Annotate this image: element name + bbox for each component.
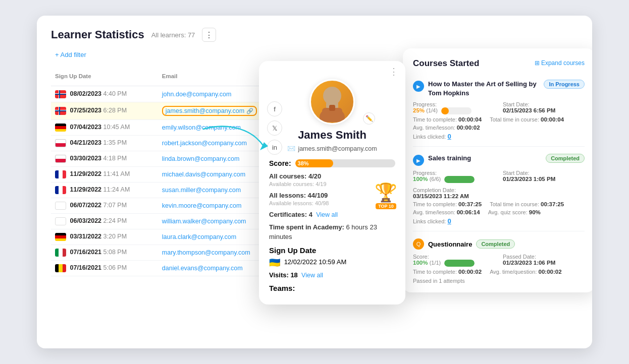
course-icon-1: ▶ [413, 81, 424, 92]
time-complete-1: 00:00:04 [458, 116, 482, 123]
avg-lesson-1: 00:00:02 [457, 125, 480, 131]
time-academy-line: Time spent in Academy: 6 hours 23 minute… [269, 222, 395, 242]
date-time: 2:24 PM [103, 217, 127, 224]
linkedin-icon[interactable]: in [267, 140, 282, 155]
trophy-badge: 🏆 TOP 10 [375, 182, 397, 209]
courses-panel: Courses Started ⊞ Expand courses ▶ How t… [403, 48, 592, 292]
date-bold: 11/29/2022 [70, 170, 101, 177]
course-meta-2: Progress: 100% (6/6) Start Date: 01/23/2… [413, 170, 585, 199]
expand-courses-button[interactable]: ⊞ Expand courses [535, 59, 585, 67]
date-cell: 06/03/2022 2:24 PM [51, 214, 158, 229]
date-time: 5:08 PM [103, 249, 127, 256]
overlay-email: james.smith@company.com [298, 145, 377, 152]
progress-fraction-1: (1/4) [426, 107, 438, 113]
course-icon-2: ▶ [413, 155, 424, 166]
quest-avg-time: 00:00:02 [539, 269, 562, 275]
course-header-2: ▶ Sales training Completed [413, 154, 585, 166]
date-cell: 11/29/2022 11:41 AM [51, 167, 158, 183]
quest-timing: Time to complete: 00:00:02 Avg. time/que… [413, 269, 585, 275]
date-cell: 06/07/2022 7:07 PM [51, 198, 158, 214]
quest-score-fraction: (1/1) [430, 260, 441, 266]
svg-rect-5 [329, 105, 335, 111]
date-time: 11:24 AM [103, 186, 130, 193]
date-bold: 07/16/2021 [70, 264, 101, 271]
date-bold: 06/07/2022 [70, 202, 101, 209]
date-time: 5:06 PM [103, 264, 127, 271]
avg-meta-2: Avg. time/lesson: 00:06:14 Avg. quiz sco… [413, 209, 585, 215]
quest-time: 00:00:02 [458, 269, 482, 275]
date-bold: 07/16/2021 [70, 249, 101, 256]
avatar-container: ✏️ [259, 79, 405, 125]
course-header-1: ▶ How to Master the Art of Selling by To… [413, 80, 585, 97]
date-cell: 04/21/2023 1:35 PM [51, 136, 158, 151]
date-time: 3:20 PM [103, 233, 127, 240]
avg-meta-1: Avg. time/lesson: 00:00:02 [413, 125, 585, 131]
menu-dots-button[interactable]: ⋮ [202, 28, 216, 42]
quest-icon: Q [413, 238, 424, 250]
page-title: Learner Statistics [51, 28, 144, 41]
course-name-1: How to Master the Art of Selling by Tom … [428, 80, 540, 97]
course-item-1: ▶ How to Master the Art of Selling by To… [413, 80, 585, 147]
trophy-label: TOP 10 [376, 203, 396, 209]
avg-lesson-2: 00:06:14 [457, 209, 480, 215]
signup-date-row: 🇺🇦 12/02/2022 10:59 AM [269, 257, 395, 268]
progress-section-2: Progress: 100% (6/6) [413, 170, 495, 183]
quest-passed-date: Passed Date: 01/23/2023 1:06 PM [503, 254, 585, 267]
time-in-academy-label: Time spent in Academy: [269, 223, 344, 231]
links-2[interactable]: 0 [447, 217, 451, 225]
quest-passed-date-val: 01/23/2023 1:06 PM [503, 260, 555, 266]
date-bold: 06/03/2022 [70, 217, 101, 224]
links-meta-2: Links clicked: 0 [413, 217, 585, 225]
quest-header: Q Questionnaire Completed [413, 238, 585, 250]
quest-score: Score: 100% (1/1) [413, 254, 495, 267]
links-meta-1: Links clicked: 0 [413, 133, 585, 140]
quest-meta: Score: 100% (1/1) Passed Date: 01/23/202… [413, 254, 585, 267]
links-1[interactable]: 0 [447, 133, 451, 140]
startdate-section-2: Start Date: 01/23/2023 1:05 PM [503, 170, 585, 183]
ukraine-flag-icon: 🇺🇦 [269, 258, 280, 268]
signup-section: Sign Up Date 🇺🇦 12/02/2022 10:59 AM Visi… [259, 246, 405, 292]
avg-quiz-2: 90% [529, 209, 541, 215]
overlay-menu-button[interactable]: ⋮ [389, 66, 398, 77]
start-date-1: 02/15/2023 6:56 PM [503, 107, 555, 113]
course-name-2: Sales training [428, 154, 542, 163]
email-icon: ✉️ [287, 145, 295, 152]
edit-avatar-button[interactable]: ✏️ [363, 112, 375, 125]
completion-date-2: 03/15/2023 11:22 AM [413, 193, 469, 199]
date-cell: 08/02/2023 4:40 PM [51, 86, 158, 102]
date-cell: 03/30/2023 4:18 PM [51, 151, 158, 167]
date-bold: 03/31/2022 [70, 233, 101, 240]
startdate-section-1: Start Date: 02/15/2023 6:56 PM [503, 101, 585, 114]
email-link[interactable]: james.smith@company.com 🔗 [166, 107, 253, 114]
timing-meta-1: Time to complete: 00:00:04 Total time in… [413, 116, 585, 123]
view-all-link[interactable]: View all [316, 211, 338, 218]
date-cell: 07/16/2021 5:08 PM [51, 245, 158, 261]
avatar [309, 79, 355, 125]
main-card: Learner Statistics All learners: 77 ⋮ + … [37, 16, 592, 348]
all-courses: All courses: 4/20 [269, 172, 321, 180]
score-pct: 38% [298, 160, 309, 166]
date-time: 10:45 AM [103, 124, 130, 131]
date-time: 4:40 PM [103, 90, 127, 97]
date-time: 4:18 PM [103, 155, 127, 162]
score-label: Score: [269, 159, 291, 167]
score-bar-fill: 38% [295, 159, 333, 167]
date-bold: 04/21/2023 [70, 139, 101, 146]
date-time: 6:28 PM [103, 107, 127, 114]
course-meta-1: Progress: 25% (1/4) Start Date: 02/15/20… [413, 101, 585, 114]
signup-date: 12/02/2022 10:59 AM [284, 258, 347, 266]
quest-score-bar [444, 260, 475, 267]
trophy-icon: 🏆 [375, 182, 397, 203]
quest-attempts-text: Passed in 1 attempts [413, 278, 465, 284]
progress-bar-1 [441, 107, 471, 114]
score-row: Score: 38% [259, 159, 405, 167]
header-row: Learner Statistics All learners: 77 ⋮ [51, 28, 578, 42]
visits-row: Visits: 18 View all [269, 271, 395, 279]
progress-pct-2: 100% [413, 176, 428, 182]
course-status-1: In Progress [544, 80, 585, 89]
quest-name: Questionnaire [428, 240, 472, 248]
add-filter-button[interactable]: + Add filter [51, 49, 90, 60]
visits-view-all[interactable]: View all [301, 272, 323, 279]
date-bold: 07/25/2023 [70, 107, 101, 114]
avatar-image [312, 82, 352, 122]
